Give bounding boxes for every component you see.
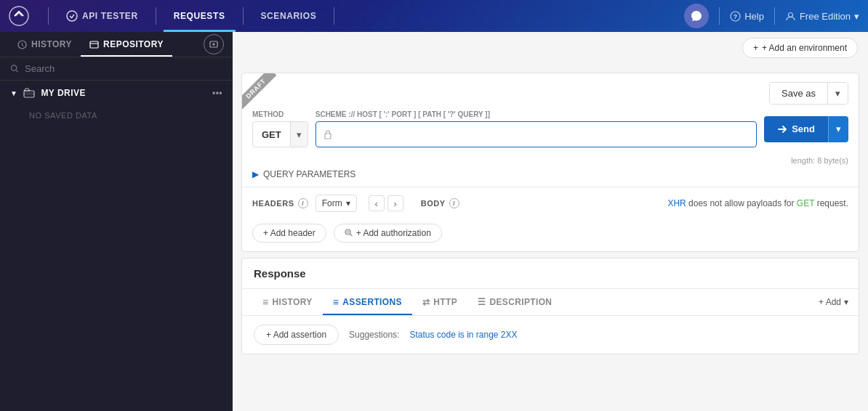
body-text: BODY — [421, 199, 446, 208]
nav-prev-btn[interactable]: ‹ — [369, 195, 385, 211]
response-title: Response — [242, 259, 859, 289]
svg-point-0 — [9, 7, 28, 25]
requests-label: REQUESTS — [174, 11, 225, 21]
url-input-wrap: https:// — [316, 121, 757, 147]
xhr-suf-text: request. — [817, 198, 848, 208]
form-select[interactable]: Form ▾ — [316, 195, 357, 212]
nav-api-tester[interactable]: API TESTER — [56, 0, 148, 32]
nav-scenarios[interactable]: SCENARIOS — [251, 0, 327, 32]
add-tab-button[interactable]: + Add ▾ — [819, 297, 848, 307]
edition-chevron-icon: ▾ — [854, 11, 859, 22]
description-tab-icon: ☰ — [478, 297, 486, 307]
save-as-main[interactable]: Save as — [770, 83, 828, 104]
sidebar-tab-history[interactable]: HISTORY — [9, 32, 81, 57]
svg-point-4 — [788, 12, 792, 17]
help-label: Help — [744, 11, 764, 22]
add-env-bar: + + Add an environment — [233, 32, 868, 64]
plus-icon: + — [753, 43, 758, 53]
sidebar-tab-history-label: HISTORY — [31, 39, 72, 49]
add-env-button[interactable]: + + Add an environment — [742, 38, 858, 58]
save-as-button[interactable]: Save as ▾ — [769, 82, 848, 105]
headers-info-icon[interactable]: i — [298, 198, 308, 208]
nav-divider-5 — [719, 7, 720, 25]
add-auth-label: + Add authorization — [356, 228, 431, 238]
xhr-link[interactable]: XHR — [667, 198, 686, 208]
add-auth-button[interactable]: + Add authorization — [334, 224, 442, 243]
resp-tab-http[interactable]: ⇄ HTTP — [412, 290, 467, 314]
send-icon — [777, 124, 787, 134]
add-assertion-label: + Add assertion — [266, 330, 326, 340]
draft-corner: DRAFT — [242, 73, 286, 117]
svg-point-1 — [67, 11, 77, 21]
sidebar: HISTORY REPOSITORY — [0, 32, 233, 411]
draft-label: DRAFT — [242, 73, 276, 109]
send-btn-wrap: Send ▾ — [764, 116, 848, 142]
body-info-icon[interactable]: i — [449, 198, 459, 208]
sidebar-search — [0, 57, 233, 81]
nav-edition[interactable]: Free Edition ▾ — [785, 11, 859, 22]
xhr-message: XHR does not allow payloads for GET requ… — [667, 198, 848, 208]
send-label: Send — [792, 123, 815, 134]
save-as-arrow[interactable]: ▾ — [828, 83, 848, 104]
no-data-label: NO SAVED DATA — [0, 105, 233, 126]
api-tester-label: API TESTER — [82, 11, 138, 21]
nav-divider-6 — [774, 7, 775, 25]
svg-rect-6 — [90, 41, 98, 48]
lock-icon — [324, 129, 332, 139]
sidebar-more-btn[interactable]: ••• — [212, 88, 222, 98]
query-params-row[interactable]: ▶ QUERY PARAMETERS — [242, 165, 859, 187]
svg-point-8 — [11, 65, 16, 70]
add-header-button[interactable]: + Add header — [252, 224, 326, 243]
response-panel: Response ≡ HISTORY ≡ ASSERTIONS ⇄ HTTP ☰… — [241, 258, 859, 354]
nav-requests[interactable]: REQUESTS — [164, 0, 236, 32]
resp-tab-assertions[interactable]: ≡ ASSERTIONS — [323, 289, 412, 315]
response-tabs: ≡ HISTORY ≡ ASSERTIONS ⇄ HTTP ☰ DESCRIPT… — [242, 289, 859, 316]
method-value: GET — [253, 129, 290, 140]
send-main[interactable]: Send — [764, 116, 828, 142]
sidebar-tab-repository[interactable]: REPOSITORY — [81, 32, 172, 57]
scenarios-label: SCENARIOS — [261, 11, 317, 21]
nav-right: ? Help Free Edition ▾ — [684, 4, 859, 28]
assertion-area: + Add assertion Suggestions: Status code… — [242, 316, 859, 354]
chat-icon — [690, 9, 703, 23]
drive-label: MY DRIVE — [41, 88, 86, 98]
top-nav: API TESTER REQUESTS SCENARIOS ? Help — [0, 0, 868, 32]
assertions-tab-label: ASSERTIONS — [342, 297, 402, 307]
resp-tab-history[interactable]: ≡ HISTORY — [252, 289, 323, 315]
method-select[interactable]: GET ▾ — [252, 121, 308, 147]
sidebar-action-btn[interactable] — [204, 34, 224, 54]
svg-rect-9 — [24, 91, 34, 97]
drive-icon — [23, 88, 35, 98]
chat-icon-btn[interactable] — [684, 4, 709, 28]
request-panel: DRAFT Save as ▾ METHOD GET ▾ — [241, 73, 859, 252]
xhr-mid-text: does not allow payloads for — [688, 198, 797, 208]
api-tester-icon — [66, 10, 78, 22]
content-area: + + Add an environment DRAFT Save as ▾ M… — [233, 32, 868, 411]
get-link[interactable]: GET — [797, 198, 814, 208]
url-input[interactable]: https:// — [337, 129, 749, 140]
svg-point-11 — [345, 229, 350, 235]
sidebar-my-drive[interactable]: ▼ MY DRIVE ••• — [0, 81, 233, 105]
add-assertion-button[interactable]: + Add assertion — [254, 325, 339, 345]
search-input[interactable] — [25, 63, 222, 74]
suggestion-link[interactable]: Status code is in range 2XX — [409, 330, 517, 340]
method-arrow[interactable]: ▾ — [290, 122, 308, 147]
nav-help[interactable]: ? Help — [730, 11, 764, 22]
add-tab-arrow-icon: ▾ — [844, 297, 848, 307]
sidebar-tab-repository-label: REPOSITORY — [103, 39, 164, 49]
help-icon: ? — [730, 11, 741, 22]
resp-tab-description[interactable]: ☰ DESCRIPTION — [467, 290, 562, 314]
nav-next-btn[interactable]: › — [387, 195, 403, 211]
body-label: BODY i — [421, 198, 459, 208]
history-tab-icon: ≡ — [262, 296, 269, 308]
send-button[interactable]: Send ▾ — [764, 116, 848, 142]
sidebar-tabs: HISTORY REPOSITORY — [0, 32, 233, 57]
history-tab-label: HISTORY — [273, 297, 313, 307]
nav-arrows: ‹ › — [369, 195, 403, 211]
add-env-label: + Add an environment — [762, 43, 847, 53]
description-tab-label: DESCRIPTION — [489, 297, 552, 307]
http-tab-icon: ⇄ — [422, 297, 430, 307]
nav-divider-1 — [48, 7, 49, 25]
send-arrow[interactable]: ▾ — [828, 116, 848, 142]
logo-icon[interactable] — [9, 6, 29, 26]
